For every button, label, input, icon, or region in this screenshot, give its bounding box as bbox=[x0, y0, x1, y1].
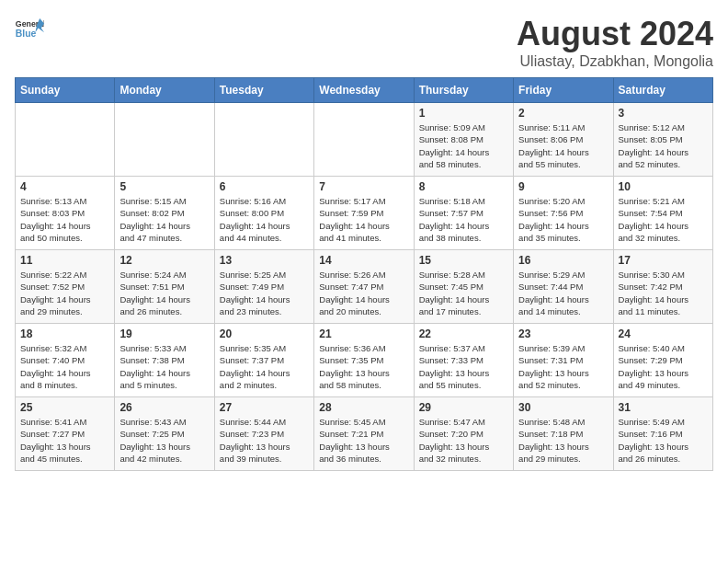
day-info: Sunrise: 5:49 AM Sunset: 7:16 PM Dayligh… bbox=[619, 416, 708, 465]
header-friday: Friday bbox=[514, 78, 613, 103]
day-info: Sunrise: 5:16 AM Sunset: 8:00 PM Dayligh… bbox=[220, 195, 309, 244]
day-info: Sunrise: 5:28 AM Sunset: 7:45 PM Dayligh… bbox=[419, 269, 508, 317]
day-info: Sunrise: 5:15 AM Sunset: 8:02 PM Dayligh… bbox=[119, 195, 209, 244]
day-info: Sunrise: 5:21 AM Sunset: 7:54 PM Dayligh… bbox=[619, 195, 708, 244]
calendar-cell: 18Sunrise: 5:32 AM Sunset: 7:40 PM Dayli… bbox=[16, 324, 115, 397]
calendar-cell: 9Sunrise: 5:20 AM Sunset: 7:56 PM Daylig… bbox=[514, 177, 613, 250]
day-number: 17 bbox=[619, 254, 708, 267]
svg-text:Blue: Blue bbox=[16, 29, 37, 39]
calendar-cell: 3Sunrise: 5:12 AM Sunset: 8:05 PM Daylig… bbox=[613, 103, 712, 177]
week-row-4: 18Sunrise: 5:32 AM Sunset: 7:40 PM Dayli… bbox=[16, 324, 713, 397]
calendar-cell: 21Sunrise: 5:36 AM Sunset: 7:35 PM Dayli… bbox=[314, 324, 414, 397]
day-number: 23 bbox=[518, 327, 608, 340]
calendar-cell: 28Sunrise: 5:45 AM Sunset: 7:21 PM Dayli… bbox=[314, 397, 414, 471]
day-info: Sunrise: 5:35 AM Sunset: 7:37 PM Dayligh… bbox=[220, 342, 309, 391]
day-info: Sunrise: 5:20 AM Sunset: 7:56 PM Dayligh… bbox=[518, 195, 608, 244]
title-area: August 2024 Uliastay, Dzabkhan, Mongolia bbox=[517, 15, 713, 70]
day-info: Sunrise: 5:22 AM Sunset: 7:52 PM Dayligh… bbox=[20, 269, 109, 317]
calendar-cell bbox=[16, 103, 115, 177]
header-thursday: Thursday bbox=[414, 78, 513, 103]
header-tuesday: Tuesday bbox=[214, 78, 313, 103]
day-number: 9 bbox=[518, 180, 608, 193]
day-number: 27 bbox=[220, 401, 309, 414]
day-number: 24 bbox=[619, 327, 708, 340]
day-number: 1 bbox=[419, 107, 508, 120]
day-info: Sunrise: 5:36 AM Sunset: 7:35 PM Dayligh… bbox=[319, 342, 408, 391]
day-info: Sunrise: 5:18 AM Sunset: 7:57 PM Dayligh… bbox=[419, 195, 508, 244]
header-monday: Monday bbox=[115, 78, 214, 103]
day-number: 6 bbox=[220, 180, 309, 193]
calendar-cell: 7Sunrise: 5:17 AM Sunset: 7:59 PM Daylig… bbox=[314, 177, 414, 250]
day-info: Sunrise: 5:48 AM Sunset: 7:18 PM Dayligh… bbox=[518, 416, 608, 465]
calendar-cell: 23Sunrise: 5:39 AM Sunset: 7:31 PM Dayli… bbox=[514, 324, 613, 397]
day-info: Sunrise: 5:30 AM Sunset: 7:42 PM Dayligh… bbox=[619, 269, 708, 317]
calendar-cell: 2Sunrise: 5:11 AM Sunset: 8:06 PM Daylig… bbox=[514, 103, 613, 177]
day-number: 7 bbox=[319, 180, 408, 193]
calendar-cell: 24Sunrise: 5:40 AM Sunset: 7:29 PM Dayli… bbox=[613, 324, 712, 397]
day-info: Sunrise: 5:32 AM Sunset: 7:40 PM Dayligh… bbox=[20, 342, 109, 391]
calendar-cell: 19Sunrise: 5:33 AM Sunset: 7:38 PM Dayli… bbox=[115, 324, 214, 397]
logo-icon: General Blue bbox=[15, 15, 44, 44]
day-number: 19 bbox=[119, 327, 209, 340]
day-number: 8 bbox=[419, 180, 508, 193]
calendar-cell: 13Sunrise: 5:25 AM Sunset: 7:49 PM Dayli… bbox=[214, 250, 313, 324]
calendar-cell: 25Sunrise: 5:41 AM Sunset: 7:27 PM Dayli… bbox=[16, 397, 115, 471]
day-number: 29 bbox=[419, 401, 508, 414]
header-sunday: Sunday bbox=[16, 78, 115, 103]
day-info: Sunrise: 5:40 AM Sunset: 7:29 PM Dayligh… bbox=[619, 342, 708, 391]
calendar-cell: 27Sunrise: 5:44 AM Sunset: 7:23 PM Dayli… bbox=[214, 397, 313, 471]
day-info: Sunrise: 5:26 AM Sunset: 7:47 PM Dayligh… bbox=[319, 269, 408, 317]
calendar-cell: 31Sunrise: 5:49 AM Sunset: 7:16 PM Dayli… bbox=[613, 397, 712, 471]
calendar-cell: 4Sunrise: 5:13 AM Sunset: 8:03 PM Daylig… bbox=[16, 177, 115, 250]
calendar-cell bbox=[115, 103, 214, 177]
day-info: Sunrise: 5:29 AM Sunset: 7:44 PM Dayligh… bbox=[518, 269, 608, 317]
calendar-cell: 29Sunrise: 5:47 AM Sunset: 7:20 PM Dayli… bbox=[414, 397, 513, 471]
day-info: Sunrise: 5:43 AM Sunset: 7:25 PM Dayligh… bbox=[119, 416, 209, 465]
calendar-cell: 26Sunrise: 5:43 AM Sunset: 7:25 PM Dayli… bbox=[115, 397, 214, 471]
calendar-cell: 6Sunrise: 5:16 AM Sunset: 8:00 PM Daylig… bbox=[214, 177, 313, 250]
day-number: 30 bbox=[518, 401, 608, 414]
calendar-header-row: Sunday Monday Tuesday Wednesday Thursday… bbox=[16, 78, 713, 103]
day-info: Sunrise: 5:44 AM Sunset: 7:23 PM Dayligh… bbox=[220, 416, 309, 465]
calendar-cell: 20Sunrise: 5:35 AM Sunset: 7:37 PM Dayli… bbox=[214, 324, 313, 397]
calendar-cell: 1Sunrise: 5:09 AM Sunset: 8:08 PM Daylig… bbox=[414, 103, 513, 177]
calendar-cell: 14Sunrise: 5:26 AM Sunset: 7:47 PM Dayli… bbox=[314, 250, 414, 324]
day-number: 28 bbox=[319, 401, 408, 414]
day-number: 14 bbox=[319, 254, 408, 267]
day-info: Sunrise: 5:37 AM Sunset: 7:33 PM Dayligh… bbox=[419, 342, 508, 391]
day-info: Sunrise: 5:24 AM Sunset: 7:51 PM Dayligh… bbox=[119, 269, 209, 317]
day-info: Sunrise: 5:13 AM Sunset: 8:03 PM Dayligh… bbox=[20, 195, 109, 244]
week-row-3: 11Sunrise: 5:22 AM Sunset: 7:52 PM Dayli… bbox=[16, 250, 713, 324]
calendar-cell: 5Sunrise: 5:15 AM Sunset: 8:02 PM Daylig… bbox=[115, 177, 214, 250]
calendar-cell: 12Sunrise: 5:24 AM Sunset: 7:51 PM Dayli… bbox=[115, 250, 214, 324]
day-info: Sunrise: 5:45 AM Sunset: 7:21 PM Dayligh… bbox=[319, 416, 408, 465]
day-number: 3 bbox=[619, 107, 708, 120]
calendar-cell: 11Sunrise: 5:22 AM Sunset: 7:52 PM Dayli… bbox=[16, 250, 115, 324]
week-row-5: 25Sunrise: 5:41 AM Sunset: 7:27 PM Dayli… bbox=[16, 397, 713, 471]
day-number: 10 bbox=[619, 180, 708, 193]
day-info: Sunrise: 5:33 AM Sunset: 7:38 PM Dayligh… bbox=[119, 342, 209, 391]
day-info: Sunrise: 5:11 AM Sunset: 8:06 PM Dayligh… bbox=[518, 121, 608, 170]
day-number: 26 bbox=[119, 401, 209, 414]
header-wednesday: Wednesday bbox=[314, 78, 414, 103]
day-number: 20 bbox=[220, 327, 309, 340]
page-header: General Blue August 2024 Uliastay, Dzabk… bbox=[15, 15, 713, 70]
week-row-2: 4Sunrise: 5:13 AM Sunset: 8:03 PM Daylig… bbox=[16, 177, 713, 250]
day-number: 16 bbox=[518, 254, 608, 267]
header-saturday: Saturday bbox=[613, 78, 712, 103]
day-info: Sunrise: 5:47 AM Sunset: 7:20 PM Dayligh… bbox=[419, 416, 508, 465]
day-number: 5 bbox=[119, 180, 209, 193]
calendar-cell bbox=[214, 103, 313, 177]
calendar-cell bbox=[314, 103, 414, 177]
day-info: Sunrise: 5:17 AM Sunset: 7:59 PM Dayligh… bbox=[319, 195, 408, 244]
day-number: 13 bbox=[220, 254, 309, 267]
calendar-cell: 8Sunrise: 5:18 AM Sunset: 7:57 PM Daylig… bbox=[414, 177, 513, 250]
day-number: 4 bbox=[20, 180, 109, 193]
calendar-table: Sunday Monday Tuesday Wednesday Thursday… bbox=[15, 77, 713, 471]
logo: General Blue bbox=[15, 15, 44, 44]
calendar-cell: 16Sunrise: 5:29 AM Sunset: 7:44 PM Dayli… bbox=[514, 250, 613, 324]
day-number: 15 bbox=[419, 254, 508, 267]
calendar-title: August 2024 bbox=[517, 15, 713, 53]
day-info: Sunrise: 5:09 AM Sunset: 8:08 PM Dayligh… bbox=[419, 121, 508, 170]
day-number: 25 bbox=[20, 401, 109, 414]
